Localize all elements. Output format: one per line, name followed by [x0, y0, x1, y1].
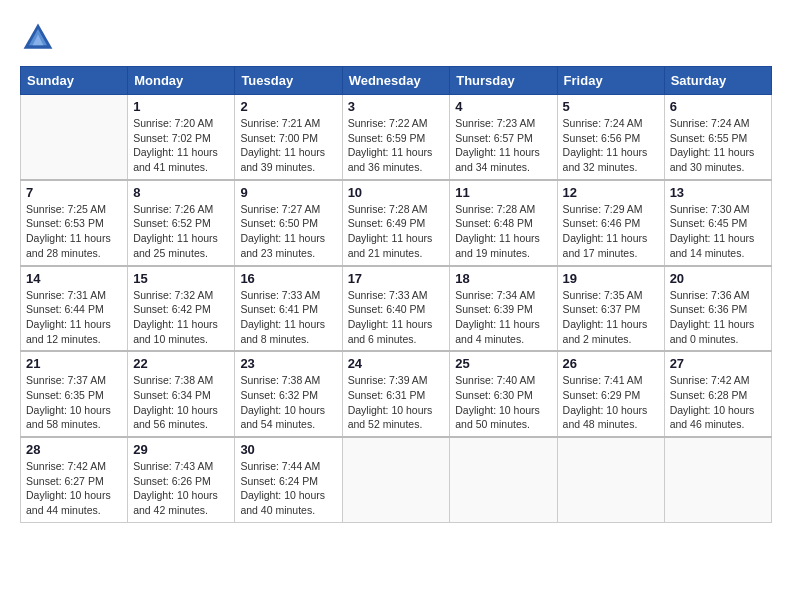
calendar-cell: 8Sunrise: 7:26 AMSunset: 6:52 PMDaylight…	[128, 180, 235, 266]
logo-icon	[20, 20, 56, 56]
day-number: 20	[670, 271, 766, 286]
calendar-cell: 20Sunrise: 7:36 AMSunset: 6:36 PMDayligh…	[664, 266, 771, 352]
calendar-cell: 6Sunrise: 7:24 AMSunset: 6:55 PMDaylight…	[664, 95, 771, 180]
day-number: 26	[563, 356, 659, 371]
day-number: 27	[670, 356, 766, 371]
day-info: Sunrise: 7:34 AMSunset: 6:39 PMDaylight:…	[455, 288, 551, 347]
day-number: 17	[348, 271, 445, 286]
day-number: 18	[455, 271, 551, 286]
day-of-week-header: Wednesday	[342, 67, 450, 95]
day-info: Sunrise: 7:36 AMSunset: 6:36 PMDaylight:…	[670, 288, 766, 347]
day-info: Sunrise: 7:43 AMSunset: 6:26 PMDaylight:…	[133, 459, 229, 518]
day-number: 6	[670, 99, 766, 114]
day-info: Sunrise: 7:25 AMSunset: 6:53 PMDaylight:…	[26, 202, 122, 261]
day-of-week-header: Tuesday	[235, 67, 342, 95]
day-number: 22	[133, 356, 229, 371]
day-number: 16	[240, 271, 336, 286]
day-info: Sunrise: 7:27 AMSunset: 6:50 PMDaylight:…	[240, 202, 336, 261]
day-of-week-header: Saturday	[664, 67, 771, 95]
day-number: 1	[133, 99, 229, 114]
day-of-week-header: Friday	[557, 67, 664, 95]
page-header	[20, 20, 772, 56]
calendar-cell: 7Sunrise: 7:25 AMSunset: 6:53 PMDaylight…	[21, 180, 128, 266]
calendar-cell: 5Sunrise: 7:24 AMSunset: 6:56 PMDaylight…	[557, 95, 664, 180]
calendar-week-row: 1Sunrise: 7:20 AMSunset: 7:02 PMDaylight…	[21, 95, 772, 180]
calendar-cell: 29Sunrise: 7:43 AMSunset: 6:26 PMDayligh…	[128, 437, 235, 522]
calendar-cell: 14Sunrise: 7:31 AMSunset: 6:44 PMDayligh…	[21, 266, 128, 352]
day-info: Sunrise: 7:41 AMSunset: 6:29 PMDaylight:…	[563, 373, 659, 432]
calendar-week-row: 21Sunrise: 7:37 AMSunset: 6:35 PMDayligh…	[21, 351, 772, 437]
calendar-cell: 25Sunrise: 7:40 AMSunset: 6:30 PMDayligh…	[450, 351, 557, 437]
day-info: Sunrise: 7:28 AMSunset: 6:48 PMDaylight:…	[455, 202, 551, 261]
day-info: Sunrise: 7:21 AMSunset: 7:00 PMDaylight:…	[240, 116, 336, 175]
day-info: Sunrise: 7:42 AMSunset: 6:27 PMDaylight:…	[26, 459, 122, 518]
calendar-cell: 4Sunrise: 7:23 AMSunset: 6:57 PMDaylight…	[450, 95, 557, 180]
day-number: 13	[670, 185, 766, 200]
calendar-cell: 15Sunrise: 7:32 AMSunset: 6:42 PMDayligh…	[128, 266, 235, 352]
day-of-week-header: Monday	[128, 67, 235, 95]
day-number: 11	[455, 185, 551, 200]
day-info: Sunrise: 7:22 AMSunset: 6:59 PMDaylight:…	[348, 116, 445, 175]
day-info: Sunrise: 7:38 AMSunset: 6:32 PMDaylight:…	[240, 373, 336, 432]
day-number: 24	[348, 356, 445, 371]
day-number: 15	[133, 271, 229, 286]
calendar-header-row: SundayMondayTuesdayWednesdayThursdayFrid…	[21, 67, 772, 95]
day-info: Sunrise: 7:42 AMSunset: 6:28 PMDaylight:…	[670, 373, 766, 432]
calendar-cell: 1Sunrise: 7:20 AMSunset: 7:02 PMDaylight…	[128, 95, 235, 180]
calendar-cell: 3Sunrise: 7:22 AMSunset: 6:59 PMDaylight…	[342, 95, 450, 180]
day-info: Sunrise: 7:24 AMSunset: 6:56 PMDaylight:…	[563, 116, 659, 175]
day-number: 14	[26, 271, 122, 286]
calendar-cell: 10Sunrise: 7:28 AMSunset: 6:49 PMDayligh…	[342, 180, 450, 266]
calendar-cell: 11Sunrise: 7:28 AMSunset: 6:48 PMDayligh…	[450, 180, 557, 266]
calendar-week-row: 7Sunrise: 7:25 AMSunset: 6:53 PMDaylight…	[21, 180, 772, 266]
day-of-week-header: Sunday	[21, 67, 128, 95]
day-of-week-header: Thursday	[450, 67, 557, 95]
day-number: 30	[240, 442, 336, 457]
calendar-cell: 2Sunrise: 7:21 AMSunset: 7:00 PMDaylight…	[235, 95, 342, 180]
calendar-cell: 24Sunrise: 7:39 AMSunset: 6:31 PMDayligh…	[342, 351, 450, 437]
day-info: Sunrise: 7:33 AMSunset: 6:41 PMDaylight:…	[240, 288, 336, 347]
day-number: 23	[240, 356, 336, 371]
calendar-cell	[21, 95, 128, 180]
day-info: Sunrise: 7:23 AMSunset: 6:57 PMDaylight:…	[455, 116, 551, 175]
day-info: Sunrise: 7:35 AMSunset: 6:37 PMDaylight:…	[563, 288, 659, 347]
day-info: Sunrise: 7:28 AMSunset: 6:49 PMDaylight:…	[348, 202, 445, 261]
calendar-cell: 19Sunrise: 7:35 AMSunset: 6:37 PMDayligh…	[557, 266, 664, 352]
calendar-week-row: 14Sunrise: 7:31 AMSunset: 6:44 PMDayligh…	[21, 266, 772, 352]
calendar-cell	[450, 437, 557, 522]
day-info: Sunrise: 7:39 AMSunset: 6:31 PMDaylight:…	[348, 373, 445, 432]
day-number: 10	[348, 185, 445, 200]
day-number: 25	[455, 356, 551, 371]
calendar-cell	[664, 437, 771, 522]
day-info: Sunrise: 7:37 AMSunset: 6:35 PMDaylight:…	[26, 373, 122, 432]
day-info: Sunrise: 7:30 AMSunset: 6:45 PMDaylight:…	[670, 202, 766, 261]
day-info: Sunrise: 7:44 AMSunset: 6:24 PMDaylight:…	[240, 459, 336, 518]
day-info: Sunrise: 7:26 AMSunset: 6:52 PMDaylight:…	[133, 202, 229, 261]
calendar-cell: 26Sunrise: 7:41 AMSunset: 6:29 PMDayligh…	[557, 351, 664, 437]
calendar-cell: 9Sunrise: 7:27 AMSunset: 6:50 PMDaylight…	[235, 180, 342, 266]
calendar-cell: 21Sunrise: 7:37 AMSunset: 6:35 PMDayligh…	[21, 351, 128, 437]
calendar-week-row: 28Sunrise: 7:42 AMSunset: 6:27 PMDayligh…	[21, 437, 772, 522]
day-info: Sunrise: 7:31 AMSunset: 6:44 PMDaylight:…	[26, 288, 122, 347]
day-info: Sunrise: 7:32 AMSunset: 6:42 PMDaylight:…	[133, 288, 229, 347]
day-number: 9	[240, 185, 336, 200]
day-number: 19	[563, 271, 659, 286]
calendar-cell: 16Sunrise: 7:33 AMSunset: 6:41 PMDayligh…	[235, 266, 342, 352]
calendar-cell: 28Sunrise: 7:42 AMSunset: 6:27 PMDayligh…	[21, 437, 128, 522]
day-info: Sunrise: 7:38 AMSunset: 6:34 PMDaylight:…	[133, 373, 229, 432]
day-info: Sunrise: 7:40 AMSunset: 6:30 PMDaylight:…	[455, 373, 551, 432]
day-number: 2	[240, 99, 336, 114]
day-info: Sunrise: 7:24 AMSunset: 6:55 PMDaylight:…	[670, 116, 766, 175]
day-number: 5	[563, 99, 659, 114]
day-info: Sunrise: 7:20 AMSunset: 7:02 PMDaylight:…	[133, 116, 229, 175]
calendar-cell: 23Sunrise: 7:38 AMSunset: 6:32 PMDayligh…	[235, 351, 342, 437]
calendar-cell: 22Sunrise: 7:38 AMSunset: 6:34 PMDayligh…	[128, 351, 235, 437]
calendar-cell	[342, 437, 450, 522]
calendar-cell: 27Sunrise: 7:42 AMSunset: 6:28 PMDayligh…	[664, 351, 771, 437]
calendar-cell: 30Sunrise: 7:44 AMSunset: 6:24 PMDayligh…	[235, 437, 342, 522]
day-number: 21	[26, 356, 122, 371]
calendar-cell: 13Sunrise: 7:30 AMSunset: 6:45 PMDayligh…	[664, 180, 771, 266]
day-number: 3	[348, 99, 445, 114]
calendar-cell: 18Sunrise: 7:34 AMSunset: 6:39 PMDayligh…	[450, 266, 557, 352]
day-info: Sunrise: 7:29 AMSunset: 6:46 PMDaylight:…	[563, 202, 659, 261]
